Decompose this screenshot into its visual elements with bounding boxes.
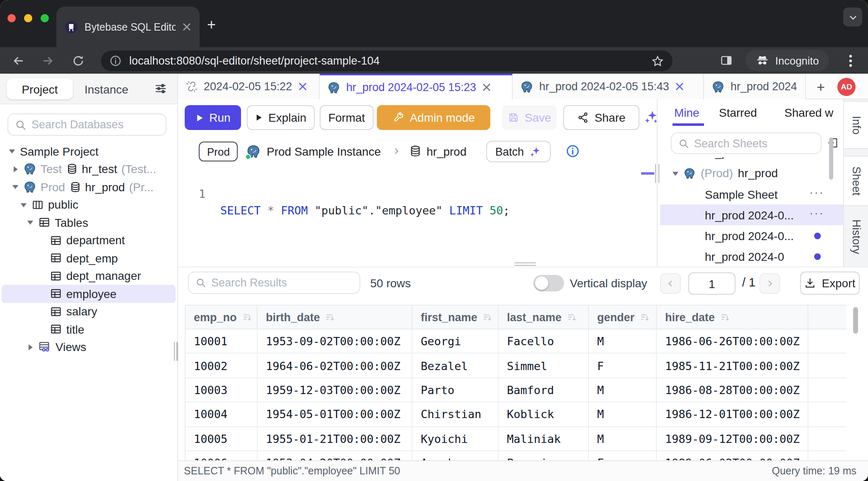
database-search[interactable] [7,113,166,136]
chevron-down-icon[interactable] [27,219,34,226]
tab-sheet[interactable]: Sheet [844,156,868,206]
sidebar-resize-handle[interactable] [174,342,175,361]
sql-code-area[interactable]: 1 SELECT * FROM "public"."employee" LIMI… [178,169,657,235]
cell-first_name[interactable]: Chirstian [412,402,499,426]
format-button[interactable]: Format [320,105,374,130]
chevron-down-icon[interactable] [672,170,679,177]
sheet-menu-icon[interactable]: ··· [809,205,824,219]
panel-divider[interactable] [657,99,658,267]
side-panel-icon[interactable] [720,54,733,67]
instance-name[interactable]: Prod Sample Instance [267,145,381,158]
column-header-gender[interactable]: gender [589,305,657,329]
environment-chip[interactable]: Prod [199,142,238,161]
zoom-window-button[interactable] [41,14,49,22]
sheet-item-0[interactable]: Sample Sheet··· [660,184,843,204]
column-header-emp_no[interactable]: emp_no [186,305,258,329]
cell-gender[interactable]: F [589,354,657,378]
cell-gender[interactable]: M [589,329,657,353]
table-row-3[interactable]: 100041954-05-01T00:00:00ZChirstianKoblic… [186,402,846,427]
editor-tab-3[interactable]: hr_prod 2024-0 [704,74,806,99]
tree-item-public[interactable]: public [2,196,176,214]
results-search-input[interactable] [211,277,353,289]
editor-tab-1[interactable]: hr_prod 2024-02-05 15:23 [320,74,513,99]
sheet-menu-icon[interactable]: ··· [809,185,824,199]
cell-birth_date[interactable]: 1953-09-02T00:00:00Z [258,329,412,353]
database-name[interactable]: hr_prod [427,145,467,158]
new-tab-button[interactable]: + [207,17,216,32]
cell-last_name[interactable]: Simmel [499,354,589,378]
editor-tab-2[interactable]: hr_prod 2024-02-05 15:43 [513,74,704,99]
chevron-down-icon[interactable] [20,201,27,209]
cell-gender[interactable]: M [589,402,657,426]
tree-item-hr-prod[interactable]: Prodhr_prod(Pr... [2,178,176,196]
database-search-input[interactable] [31,118,159,131]
sheet-group-hr-prod[interactable]: (Prod)hr_prod [660,162,843,184]
vertical-display-toggle[interactable] [533,275,564,291]
column-header-first_name[interactable]: first_name [412,305,499,329]
chevron-down-icon[interactable] [8,148,16,155]
tab-shared[interactable]: Shared w [784,106,833,119]
next-page-button[interactable] [760,273,780,294]
share-button[interactable]: Share [563,105,639,130]
results-scrollbar[interactable] [853,307,858,334]
bookmark-star-icon[interactable] [651,54,664,67]
results-resize-handle[interactable] [514,262,536,263]
cell-emp_no[interactable]: 10001 [186,329,258,353]
column-header-birth_date[interactable]: birth_date [258,305,412,329]
cell-hire_date[interactable]: 1986-08-28T00:00:00Z [657,378,808,402]
sheet-item-3[interactable]: hr_prod 2024-0 [660,246,843,267]
tab-instance[interactable]: Instance [84,79,128,99]
sheet-item-1[interactable]: hr_prod 2024-0...··· [660,204,843,225]
cell-gender[interactable]: M [589,427,657,450]
tree-item-dept-manager[interactable]: dept_manager [2,267,176,285]
cell-gender[interactable]: M [589,378,657,402]
sheet-item-partial[interactable]: hr_prod 2024-0... [660,157,843,162]
cell-emp_no[interactable]: 10006 [186,451,258,461]
cell-first_name[interactable]: Kyoichi [412,427,499,450]
sort-icon[interactable] [639,312,650,322]
tree-item-title[interactable]: title [2,320,176,338]
table-row-2[interactable]: 100031959-12-03T00:00:00ZPartoBamfordM19… [186,378,846,403]
cell-hire_date[interactable]: 1986-06-26T00:00:00Z [657,329,808,353]
tree-item-sample-project[interactable]: Sample Project [2,142,176,160]
admin-mode-button[interactable]: Admin mode [377,105,490,130]
tab-info[interactable]: Info [844,101,868,149]
tree-item-salary[interactable]: salary [2,303,176,320]
reload-button[interactable] [72,54,84,67]
batch-button[interactable]: Batch [486,141,550,162]
close-tab-icon[interactable] [298,82,307,91]
tree-item-employee[interactable]: employee [2,285,176,303]
cell-birth_date[interactable]: 1959-12-03T00:00:00Z [258,378,412,402]
cell-last_name[interactable]: Facello [499,329,589,353]
tree-item-dept-emp[interactable]: dept_emp [2,249,176,267]
cell-last_name[interactable]: Koblick [499,402,589,426]
cell-emp_no[interactable]: 10003 [186,378,258,402]
close-window-button[interactable] [7,14,16,22]
table-row-5[interactable]: 100061953-04-20T00:00:00ZAnnekePreusigF1… [186,451,846,461]
sidebar-settings-icon[interactable] [154,82,167,95]
sheet-item-2[interactable]: hr_prod 2024-0... [660,225,843,246]
sort-icon[interactable] [720,312,731,322]
tab-history[interactable]: History [844,209,868,265]
cell-emp_no[interactable]: 10004 [186,402,258,426]
explain-button[interactable]: Explain [247,105,315,130]
column-header-last_name[interactable]: last_name [499,305,589,329]
save-button[interactable]: Save [502,105,557,130]
close-tab-icon[interactable] [675,82,684,91]
tree-item-views[interactable]: Views [2,338,176,356]
sort-icon[interactable] [567,312,577,322]
tab-search-button[interactable] [843,7,862,26]
cell-hire_date[interactable]: 1985-11-21T00:00:00Z [657,354,808,378]
back-button[interactable] [12,54,26,68]
sql-statement[interactable]: SELECT * FROM "public"."employee" LIMIT … [220,202,510,219]
chevron-down-icon[interactable] [12,183,19,191]
tree-item-hr-test[interactable]: Testhr_test(Test... [2,160,176,178]
table-row-0[interactable]: 100011953-09-02T00:00:00ZGeorgiFacelloM1… [186,329,846,354]
user-avatar[interactable]: AD [837,77,856,96]
sort-icon[interactable] [242,312,253,322]
cell-hire_date[interactable]: 1989-09-12T00:00:00Z [657,427,808,450]
tab-mine[interactable]: Mine [674,106,699,119]
cell-last_name[interactable]: Bamford [499,378,589,402]
table-row-1[interactable]: 100021964-06-02T00:00:00ZBezalelSimmelF1… [186,354,846,378]
tab-close-icon[interactable] [182,22,191,31]
